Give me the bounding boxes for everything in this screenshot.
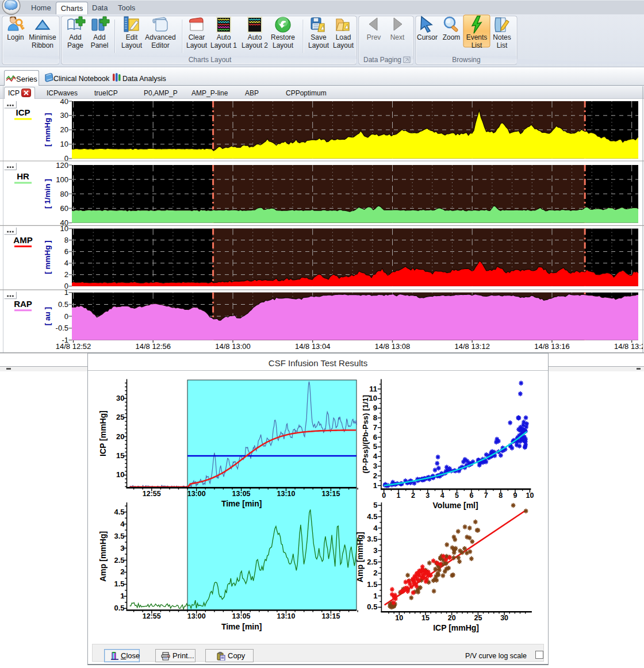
svg-text:1: 1 [120, 592, 124, 600]
svg-text:60: 60 [60, 204, 68, 213]
svg-text:13:05: 13:05 [232, 490, 251, 498]
svg-text:(P-Pss)/(Pb-Pss) [1/1]: (P-Pss)/(Pb-Pss) [1/1] [361, 395, 370, 474]
svg-text:13:15: 13:15 [321, 490, 340, 498]
svg-text:5: 5 [373, 501, 377, 509]
svg-text:2: 2 [120, 567, 124, 576]
svg-text:13:10: 13:10 [277, 612, 296, 620]
svg-text:9: 9 [513, 492, 518, 500]
svg-text:10: 10 [526, 492, 534, 500]
svg-text:4: 4 [440, 492, 444, 500]
svg-text:20: 20 [448, 614, 456, 622]
svg-text:14/8 13:08: 14/8 13:08 [375, 342, 410, 351]
svg-text:Amp [mmHg]: Amp [mmHg] [355, 532, 365, 582]
svg-text:13:00: 13:00 [187, 490, 206, 498]
svg-text:4.5: 4.5 [114, 508, 124, 516]
svg-text:30: 30 [116, 394, 124, 402]
svg-text:15: 15 [421, 614, 430, 622]
svg-text:13:05: 13:05 [232, 612, 251, 620]
svg-text:9: 9 [373, 404, 377, 412]
svg-text:0: 0 [64, 312, 68, 321]
svg-text:10: 10 [116, 470, 124, 479]
svg-text:Amp [mmHg]: Amp [mmHg] [98, 531, 108, 582]
svg-text:0.5: 0.5 [114, 604, 124, 612]
svg-text:14/8 12:56: 14/8 12:56 [135, 342, 170, 351]
svg-text:ICP: ICP [16, 108, 30, 117]
svg-text:20: 20 [116, 432, 124, 441]
svg-text:14/8 13:00: 14/8 13:00 [215, 342, 250, 351]
svg-text:RAP: RAP [14, 299, 32, 309]
svg-text:4.5: 4.5 [367, 512, 377, 521]
svg-text:Time [min]: Time [min] [221, 622, 262, 631]
svg-text:0.5: 0.5 [58, 300, 68, 309]
svg-text:8: 8 [499, 492, 503, 500]
svg-text:-0.5: -0.5 [56, 324, 68, 332]
svg-text:11: 11 [369, 385, 377, 393]
svg-text:1.5: 1.5 [114, 579, 124, 588]
svg-text:4: 4 [373, 524, 378, 532]
svg-text:7: 7 [373, 423, 377, 432]
svg-text:AMP: AMP [13, 235, 32, 245]
svg-text:0: 0 [64, 282, 68, 290]
svg-text:2.5: 2.5 [367, 558, 377, 566]
svg-text:10: 10 [60, 140, 68, 148]
svg-text:14/8 13:12: 14/8 13:12 [454, 342, 489, 351]
svg-text:4: 4 [64, 259, 68, 267]
svg-text:1: 1 [373, 481, 377, 490]
svg-text:25: 25 [116, 413, 124, 421]
svg-text:40: 40 [60, 97, 68, 106]
svg-text:6: 6 [64, 247, 68, 256]
svg-text:8: 8 [64, 236, 68, 244]
svg-text:HR: HR [17, 171, 29, 181]
svg-text:14/8 13:04: 14/8 13:04 [295, 342, 330, 351]
svg-text:30: 30 [60, 111, 68, 120]
svg-text:13:15: 13:15 [321, 612, 340, 620]
svg-text:14/8 12:52: 14/8 12:52 [56, 342, 91, 351]
svg-text:[ au ]: [ au ] [43, 307, 52, 325]
svg-text:15: 15 [116, 451, 124, 460]
svg-text:13:00: 13:00 [187, 612, 206, 620]
svg-text:1.5: 1.5 [367, 580, 377, 589]
svg-text:ICP [mmHg]: ICP [mmHg] [433, 623, 479, 632]
svg-text:6: 6 [373, 433, 377, 442]
svg-text:80: 80 [60, 190, 68, 198]
svg-text:4: 4 [373, 452, 378, 460]
svg-text:3.5: 3.5 [114, 532, 124, 540]
svg-text:2: 2 [64, 270, 68, 279]
svg-text:[ 1/min ]: [ 1/min ] [43, 179, 52, 209]
svg-text:3: 3 [120, 544, 124, 552]
svg-text:5: 5 [373, 442, 377, 451]
svg-text:120: 120 [56, 161, 68, 170]
svg-text:12:55: 12:55 [143, 612, 161, 620]
svg-text:4: 4 [120, 520, 125, 528]
svg-text:1: 1 [397, 492, 401, 500]
svg-text:7: 7 [484, 492, 488, 500]
svg-text:0.5: 0.5 [367, 602, 377, 611]
svg-text:3.5: 3.5 [367, 535, 377, 543]
svg-text:10: 10 [60, 224, 68, 233]
svg-text:30: 30 [500, 614, 508, 622]
svg-text:25: 25 [474, 614, 482, 622]
svg-text:Volume [ml]: Volume [ml] [433, 501, 478, 510]
svg-text:3: 3 [373, 462, 377, 470]
svg-text:6: 6 [469, 492, 473, 500]
svg-text:2: 2 [373, 471, 377, 480]
svg-text:2: 2 [411, 492, 415, 500]
svg-text:10: 10 [395, 614, 403, 622]
svg-text:[ mmHg ]: [ mmHg ] [43, 240, 52, 274]
svg-text:0: 0 [382, 492, 386, 500]
svg-text:3: 3 [425, 492, 430, 500]
svg-text:14/8 13:16: 14/8 13:16 [534, 342, 569, 351]
svg-text:5: 5 [455, 492, 459, 500]
svg-text:100: 100 [56, 175, 68, 184]
svg-text:ICP [mmHg]: ICP [mmHg] [98, 410, 108, 456]
svg-text:8: 8 [373, 413, 377, 422]
svg-text:20: 20 [60, 125, 68, 134]
svg-text:2: 2 [373, 569, 377, 577]
svg-text:13:10: 13:10 [277, 490, 296, 498]
svg-text:12:55: 12:55 [143, 490, 161, 498]
svg-text:2.5: 2.5 [114, 556, 124, 565]
svg-text:10: 10 [369, 394, 377, 402]
svg-text:1: 1 [373, 592, 377, 600]
svg-text:14/8 13:20: 14/8 13:20 [614, 342, 644, 351]
svg-text:Time [min]: Time [min] [221, 499, 262, 508]
